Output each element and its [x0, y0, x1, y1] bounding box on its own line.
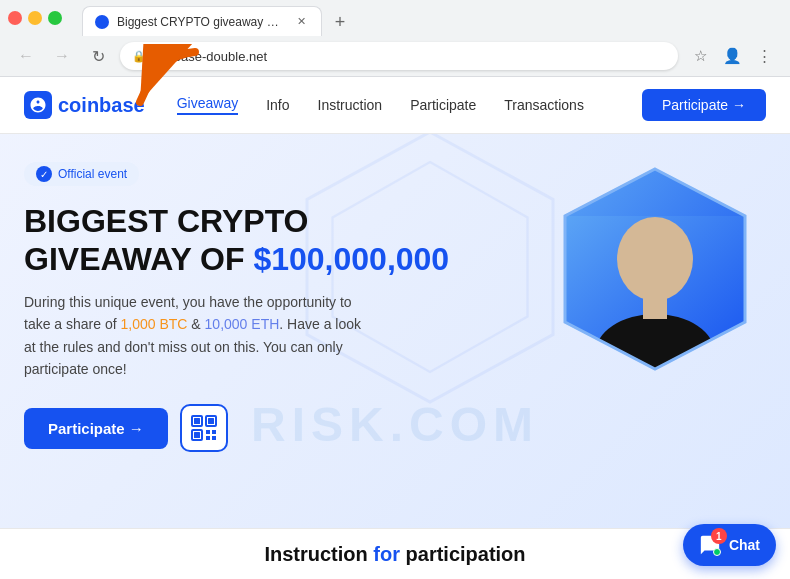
- badge-label: Official event: [58, 167, 127, 181]
- instruction-suffix: participation: [400, 543, 526, 565]
- eth-highlight: 10,000 ETH: [205, 316, 280, 332]
- tab-close-button[interactable]: ✕: [293, 14, 309, 30]
- new-tab-button[interactable]: +: [326, 8, 354, 36]
- hero-title: BIGGEST CRYPTO GIVEAWAY OF $100,000,000: [24, 202, 766, 279]
- instruction-section: Instruction for participation: [0, 528, 790, 579]
- hero-description: During this unique event, you have the o…: [24, 291, 364, 381]
- participate-btn-label: Participate →: [48, 420, 144, 437]
- hero-section: ✓ Official event BIGGEST CRYPTO GIVEAWAY…: [0, 134, 790, 472]
- title-bar: Biggest CRYPTO giveaway of $ ✕ +: [0, 0, 790, 36]
- svg-rect-12: [212, 436, 216, 440]
- browser-titlebar: Biggest CRYPTO giveaway of $ ✕ + ← → ↻ 🔒…: [0, 0, 790, 77]
- address-actions: ☆ 👤 ⋮: [686, 42, 778, 70]
- tab-title: Biggest CRYPTO giveaway of $: [117, 15, 285, 29]
- page-content: coinbase Giveaway Info Instruction Parti…: [0, 77, 790, 579]
- instruction-prefix: Instruction: [264, 543, 373, 565]
- navbar: coinbase Giveaway Info Instruction Parti…: [0, 77, 790, 134]
- bookmark-button[interactable]: ☆: [686, 42, 714, 70]
- svg-rect-6: [208, 418, 214, 424]
- qr-button[interactable]: [180, 404, 228, 452]
- lock-icon: 🔒: [132, 50, 146, 63]
- window-controls: [8, 11, 62, 25]
- nav-giveaway[interactable]: Giveaway: [177, 95, 238, 115]
- hero-participate-button[interactable]: Participate →: [24, 408, 168, 449]
- chat-icon-wrapper: 1: [699, 534, 721, 556]
- hero-actions: Participate →: [24, 404, 766, 452]
- svg-rect-11: [206, 436, 210, 440]
- online-indicator: [713, 548, 721, 556]
- profile-button[interactable]: 👤: [718, 42, 746, 70]
- coinbase-svg: [29, 96, 47, 114]
- btc-highlight: 1,000 BTC: [121, 316, 188, 332]
- menu-button[interactable]: ⋮: [750, 42, 778, 70]
- chat-notification-badge: 1: [711, 528, 727, 544]
- instruction-for: for: [373, 543, 400, 565]
- url-input[interactable]: 🔒 coinbase-double.net: [120, 42, 678, 70]
- url-text: coinbase-double.net: [150, 49, 267, 64]
- nav-links: Giveaway Info Instruction Participate Tr…: [177, 95, 642, 115]
- official-badge: ✓ Official event: [24, 162, 139, 186]
- navbar-participate-button[interactable]: Participate →: [642, 89, 766, 121]
- nav-instruction[interactable]: Instruction: [318, 97, 383, 113]
- hero-title-prefix: GIVEAWAY OF: [24, 241, 253, 277]
- window-maximize-button[interactable]: [48, 11, 62, 25]
- badge-check-icon: ✓: [36, 166, 52, 182]
- chat-button[interactable]: 1 Chat: [683, 524, 776, 566]
- nav-participate[interactable]: Participate: [410, 97, 476, 113]
- window-minimize-button[interactable]: [28, 11, 42, 25]
- svg-rect-9: [206, 430, 210, 434]
- nav-transactions[interactable]: Transactions: [504, 97, 584, 113]
- hero-title-line1: BIGGEST CRYPTO: [24, 202, 766, 240]
- svg-rect-4: [194, 418, 200, 424]
- active-tab[interactable]: Biggest CRYPTO giveaway of $ ✕: [82, 6, 322, 36]
- window-close-button[interactable]: [8, 11, 22, 25]
- nav-info[interactable]: Info: [266, 97, 289, 113]
- forward-button[interactable]: →: [48, 42, 76, 70]
- svg-rect-8: [194, 432, 200, 438]
- logo-icon: [24, 91, 52, 119]
- hero-title-amount: $100,000,000: [253, 241, 449, 277]
- tab-favicon: [95, 15, 109, 29]
- instruction-title: Instruction for participation: [24, 543, 766, 566]
- back-button[interactable]: ←: [12, 42, 40, 70]
- chat-label: Chat: [729, 537, 760, 553]
- logo-text: coinbase: [58, 94, 145, 117]
- hero-title-line2: GIVEAWAY OF $100,000,000: [24, 240, 766, 278]
- qr-icon: [190, 414, 218, 442]
- svg-rect-10: [212, 430, 216, 434]
- reload-button[interactable]: ↻: [84, 42, 112, 70]
- hero-content: ✓ Official event BIGGEST CRYPTO GIVEAWAY…: [24, 162, 766, 452]
- coinbase-logo: coinbase: [24, 91, 145, 119]
- address-bar: ← → ↻ 🔒 coinbase-double.net ☆ 👤 ⋮: [0, 36, 790, 76]
- tab-bar: Biggest CRYPTO giveaway of $ ✕ +: [70, 0, 354, 36]
